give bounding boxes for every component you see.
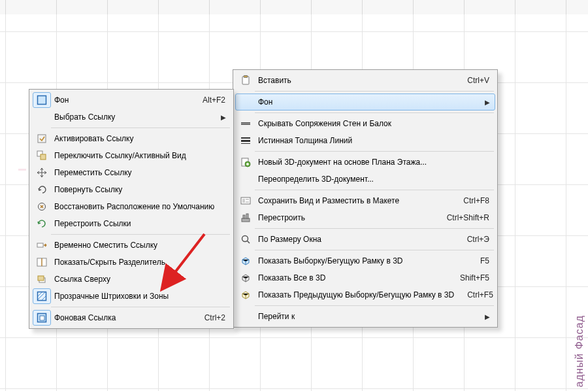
svg-rect-13 — [246, 199, 249, 200]
menu-item-shortcut: Ctrl+F5 — [454, 290, 496, 299]
menu-item-move-reference[interactable]: Переместить Ссылку — [31, 164, 231, 181]
transparent-fills-icon — [37, 291, 47, 301]
menu-item-label: Перестроить Ссылки — [50, 219, 228, 228]
menu-item-background-toggle[interactable]: Фон Alt+F2 — [31, 92, 231, 109]
svg-rect-4 — [241, 122, 250, 123]
menu-item-label: Сохранить Вид и Разместить в Макете — [254, 196, 450, 205]
menu-item-shortcut: Ctrl+Э — [454, 235, 492, 244]
menu-item-label: Выбрать Ссылку — [50, 112, 219, 122]
menu-item-label: Перестроить — [254, 213, 434, 222]
background-ref-icon — [37, 313, 47, 323]
svg-rect-19 — [38, 96, 46, 105]
rebuild-icon — [240, 212, 251, 223]
menu-item-activate-reference[interactable]: Активировать Ссылку — [31, 130, 231, 147]
marker-left — [18, 169, 26, 171]
splitter-icon — [37, 257, 47, 267]
menu-item-label: Активировать Ссылку — [50, 134, 228, 143]
wall-join-icon — [240, 118, 251, 129]
menu-item-shortcut: Ctrl+2 — [191, 313, 228, 322]
layout-save-icon — [240, 196, 251, 206]
switch-icon — [37, 150, 47, 161]
submenu-arrow-icon: ▶ — [483, 99, 492, 106]
canvas: адный Фасад Вставить Ctrl+V Фон ▶ Скрыва… — [0, 0, 588, 391]
menu-separator — [255, 250, 494, 250]
menu-item-fit-window[interactable]: По Размеру Окна Ctrl+Э — [235, 231, 495, 248]
menu-item-show-selection-3d[interactable]: Показать Выборку/Бегущую Рамку в 3D F5 — [235, 252, 495, 269]
rotate-icon — [37, 184, 47, 195]
menu-separator — [255, 91, 494, 92]
svg-rect-12 — [242, 199, 245, 203]
menu-item-choose-reference[interactable]: Выбрать Ссылку ▶ — [31, 109, 231, 126]
menu-item-toggle-splitter[interactable]: Показать/Скрыть Разделитель — [31, 254, 231, 271]
submenu-background[interactable]: Фон Alt+F2 Выбрать Ссылку ▶ Активировать… — [29, 89, 234, 329]
menu-item-transparent-fills-zones[interactable]: Прозрачные Штриховки и Зоны — [31, 288, 231, 305]
submenu-arrow-icon: ▶ — [219, 114, 228, 121]
menu-item-new-3d-doc[interactable]: Новый 3D-документ на основе Плана Этажа.… — [235, 154, 495, 171]
menu-separator — [51, 234, 230, 235]
cube-all-icon — [240, 273, 251, 283]
menu-item-switch-reference[interactable]: Переключить Ссылку/Активный Вид — [31, 147, 231, 164]
menu-item-true-line-thickness[interactable]: Истинная Толщина Линий — [235, 132, 495, 149]
submenu-arrow-icon: ▶ — [483, 313, 492, 320]
svg-rect-24 — [37, 243, 43, 247]
svg-rect-22 — [41, 154, 46, 160]
menu-item-label: Переместить Ссылку — [50, 168, 228, 177]
menu-item-reset-reference-position[interactable]: Восстановить Расположение по Умолчанию — [31, 198, 231, 215]
menu-item-shortcut: Shift+F5 — [447, 273, 492, 282]
rebuild-ref-icon — [37, 218, 47, 229]
activate-icon — [37, 133, 47, 144]
context-menu-main[interactable]: Вставить Ctrl+V Фон ▶ Скрывать Сопряжени… — [233, 69, 498, 328]
menu-item-shortcut: F5 — [467, 256, 492, 265]
menu-separator — [51, 307, 230, 307]
menu-item-hide-joints[interactable]: Скрывать Сопряжения Стен и Балок — [235, 115, 495, 132]
menu-item-go-to[interactable]: Перейти к ▶ — [235, 308, 495, 325]
menu-item-label: Скрывать Сопряжения Стен и Балок — [254, 119, 492, 128]
menu-separator — [255, 112, 494, 113]
svg-rect-30 — [40, 316, 44, 320]
menu-item-temp-shift-reference[interactable]: Временно Сместить Ссылку — [31, 237, 231, 254]
menu-item-label: Новый 3D-документ на основе Плана Этажа.… — [254, 158, 492, 167]
menu-item-paste[interactable]: Вставить Ctrl+V — [235, 72, 495, 89]
svg-rect-14 — [246, 201, 249, 203]
menu-item-label: Фон — [50, 95, 189, 105]
svg-rect-1 — [244, 76, 248, 78]
menu-separator — [255, 151, 494, 152]
menu-item-reference-on-top[interactable]: Ссылка Сверху — [31, 271, 231, 288]
menu-item-label: Показать Все в 3D — [254, 273, 447, 282]
menu-item-show-prev-selection-3d[interactable]: Показать Предыдущую Выборку/Бегущую Рамк… — [235, 286, 495, 303]
layer-top-icon — [37, 274, 47, 284]
cube-sel-icon — [240, 256, 251, 266]
menu-separator — [255, 190, 494, 190]
fit-window-icon — [240, 234, 251, 245]
menu-item-label: Истинная Толщина Линий — [254, 136, 492, 145]
menu-item-label: Переопределить 3D-документ... — [254, 175, 492, 184]
menu-item-label: Ссылка Сверху — [50, 275, 228, 284]
menu-item-save-view-layout[interactable]: Сохранить Вид и Разместить в Макете Ctrl… — [235, 192, 495, 209]
svg-rect-17 — [246, 214, 248, 218]
lines-icon — [240, 135, 251, 146]
menu-item-rotate-reference[interactable]: Повернуть Ссылку — [31, 181, 231, 198]
menu-item-label: Фоновая Ссылка — [50, 313, 191, 322]
svg-rect-8 — [241, 143, 250, 144]
menu-item-label: Перейти к — [254, 312, 483, 321]
menu-item-background-reference[interactable]: Фоновая Ссылка Ctrl+2 — [31, 309, 231, 326]
menu-item-label: Восстановить Расположение по Умолчанию — [50, 202, 228, 211]
menu-item-label: Фон — [254, 97, 483, 107]
menu-separator — [255, 228, 494, 229]
menu-item-rebuild[interactable]: Перестроить Ctrl+Shift+R — [235, 209, 495, 226]
background-square-icon — [37, 95, 47, 105]
svg-rect-15 — [242, 218, 250, 222]
menu-item-background[interactable]: Фон ▶ — [235, 94, 495, 110]
menu-item-label: По Размеру Окна — [254, 235, 454, 244]
elevation-label: адный Фасад — [574, 315, 585, 387]
menu-separator — [51, 128, 230, 128]
menu-item-label: Повернуть Ссылку — [50, 185, 228, 194]
menu-item-show-all-3d[interactable]: Показать Все в 3D Shift+F5 — [235, 269, 495, 286]
svg-rect-20 — [38, 135, 46, 143]
menu-item-redefine-3d-doc[interactable]: Переопределить 3D-документ... — [235, 171, 495, 188]
reset-icon — [37, 201, 47, 212]
svg-rect-7 — [241, 140, 250, 142]
cube-prev-icon — [240, 290, 251, 300]
svg-rect-6 — [241, 137, 250, 139]
menu-item-rebuild-references[interactable]: Перестроить Ссылки — [31, 215, 231, 232]
